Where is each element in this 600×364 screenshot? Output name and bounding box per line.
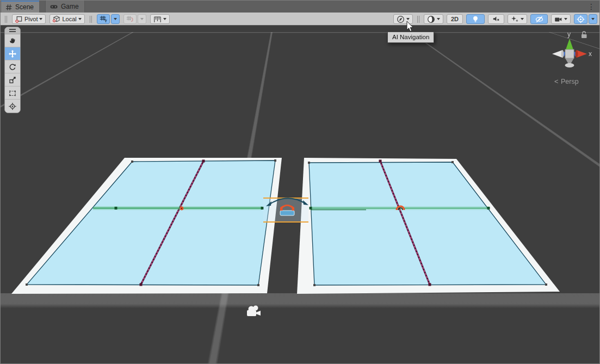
scene-tab-icon <box>5 4 13 11</box>
chevron-down-icon <box>591 18 595 20</box>
chevron-down-icon <box>140 18 144 20</box>
tab-game-label: Game <box>61 3 79 10</box>
kebab-menu-icon[interactable]: ⋮ <box>587 2 595 11</box>
rect-tool-icon <box>8 89 17 97</box>
tools-overlay <box>4 27 21 113</box>
snap-settings-dropdown[interactable] <box>150 14 170 24</box>
rect-tool-button[interactable] <box>5 87 20 100</box>
view-orientation-gizmo[interactable]: y x < Persp <box>552 30 592 85</box>
chevron-down-icon <box>437 18 440 20</box>
cursor-icon <box>406 21 415 33</box>
visibility-icon <box>535 15 543 23</box>
x-axis-label: x <box>589 50 592 58</box>
tooltip: AI Navigation <box>387 32 434 43</box>
toolbar-drag-handle[interactable] <box>417 16 419 23</box>
move-tool-icon <box>8 50 17 58</box>
link-marker-left <box>180 207 184 211</box>
snap-settings-icon <box>153 15 162 23</box>
tab-scene[interactable]: Scene <box>1 1 39 13</box>
pivot-label: Pivot <box>24 16 38 22</box>
chevron-down-icon <box>78 18 82 20</box>
tools-overlay-handle[interactable] <box>5 27 20 34</box>
gizmo-center-cube[interactable] <box>565 50 574 58</box>
camera-view-icon <box>554 15 562 23</box>
ai-navigation-icon <box>397 15 405 23</box>
lighting-icon <box>472 15 479 23</box>
scale-tool-icon <box>8 76 17 84</box>
scene-lighting-toggle[interactable] <box>466 14 485 24</box>
local-dropdown[interactable]: Local <box>50 14 84 24</box>
transform-tool-button[interactable] <box>5 100 20 113</box>
scale-tool-button[interactable] <box>5 73 20 87</box>
snap-increment-dropdown[interactable] <box>138 14 146 24</box>
chevron-down-icon <box>114 18 117 20</box>
x-axis-cone[interactable] <box>577 50 587 58</box>
local-label: Local <box>62 16 76 22</box>
projection-arrow: < <box>554 77 559 85</box>
navmesh-surface-right <box>309 162 546 285</box>
chevron-down-icon <box>521 18 524 20</box>
chevron-down-icon <box>564 18 567 20</box>
pivot-icon <box>15 15 23 23</box>
grid-visibility-toggle[interactable]: Y <box>97 14 110 24</box>
tab-scene-label: Scene <box>15 3 34 11</box>
rotate-tool-icon <box>8 63 17 71</box>
grid-axis-label: Y <box>104 18 107 23</box>
negative-x-axis-cone[interactable] <box>552 50 562 58</box>
gizmos-toggle[interactable] <box>574 14 587 24</box>
tab-bar: Scene Game ⋮ <box>1 1 599 13</box>
unity-scene-view-window: Scene Game ⋮ Pivot <box>0 0 600 364</box>
scene-effects-dropdown[interactable] <box>508 14 527 24</box>
shading-mode-icon <box>427 15 435 23</box>
grid-snap-icon: Y <box>100 15 107 23</box>
snap-increment-toggle[interactable] <box>123 14 137 24</box>
2d-view-toggle[interactable]: 2D <box>447 14 463 24</box>
pivot-dropdown[interactable]: Pivot <box>12 14 46 24</box>
chevron-down-icon <box>406 18 410 20</box>
audio-toggle[interactable] <box>488 14 504 24</box>
chevron-down-icon <box>39 18 42 20</box>
projection-label[interactable]: Persp <box>561 78 579 85</box>
shading-mode-dropdown[interactable] <box>424 14 443 24</box>
hand-tool-button[interactable] <box>5 34 20 47</box>
toolbar-drag-handle[interactable] <box>5 16 7 23</box>
camera-view-dropdown[interactable] <box>551 14 571 24</box>
chevron-down-icon <box>163 18 166 20</box>
effects-icon <box>511 15 519 23</box>
table-right[interactable] <box>297 158 560 294</box>
scene-toolbar: Pivot Local <box>1 13 599 26</box>
transform-tool-icon <box>8 102 17 110</box>
rotate-tool-button[interactable] <box>5 60 20 73</box>
camera-gizmo-icon[interactable] <box>247 306 261 317</box>
snap-increment-icon <box>126 15 134 23</box>
local-icon <box>53 15 60 23</box>
gizmos-dropdown[interactable] <box>589 14 597 24</box>
y-axis-label: y <box>567 30 571 38</box>
hand-tool-icon <box>8 36 17 45</box>
game-tab-icon <box>50 3 58 10</box>
lock-icon[interactable] <box>582 32 587 38</box>
move-tool-button[interactable] <box>5 47 20 60</box>
gizmos-icon <box>577 15 585 23</box>
grid-visibility-dropdown[interactable] <box>111 14 120 24</box>
toolbar-drag-handle[interactable] <box>90 16 92 23</box>
scene-viewport[interactable]: y x < Persp <box>1 26 599 363</box>
scene-visibility-toggle[interactable] <box>530 14 548 24</box>
tab-game[interactable]: Game <box>45 1 85 13</box>
audio-icon <box>492 15 500 23</box>
